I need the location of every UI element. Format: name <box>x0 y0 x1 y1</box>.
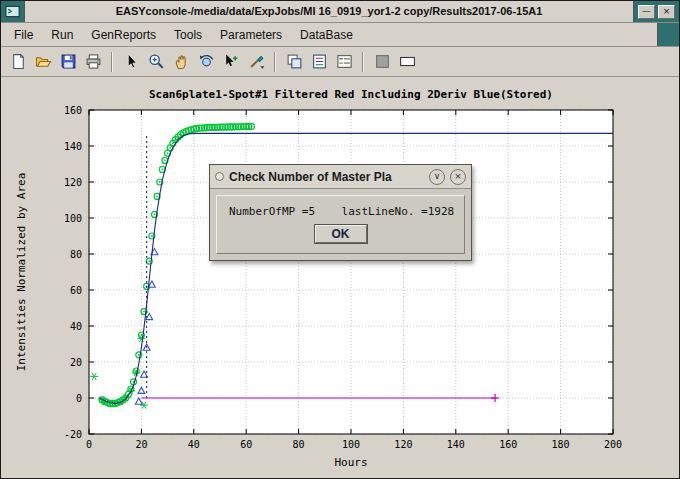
svg-text:140: 140 <box>447 439 465 450</box>
svg-text:Intensities Normalized by Area: Intensities Normalized by Area <box>15 173 28 372</box>
new-document-icon <box>10 53 27 70</box>
dialog-ok-button[interactable]: OK <box>315 225 367 243</box>
svg-text:80: 80 <box>70 249 82 260</box>
svg-text:160: 160 <box>64 105 82 116</box>
svg-text:-20: -20 <box>64 429 82 440</box>
brush-button[interactable] <box>244 50 268 74</box>
svg-text:0: 0 <box>86 439 92 450</box>
svg-text:0: 0 <box>76 393 82 404</box>
svg-text:Hours: Hours <box>334 456 367 469</box>
menu-item-genreports[interactable]: GenReports <box>82 24 165 46</box>
datatip-icon <box>223 53 240 70</box>
menubar: FileRunGenReportsToolsParametersDataBase <box>1 23 679 47</box>
copy-figure-icon <box>286 53 303 70</box>
svg-text:80: 80 <box>293 439 305 450</box>
console-icon <box>5 4 20 19</box>
legend-button[interactable] <box>332 50 356 74</box>
open-folder-icon <box>35 53 52 70</box>
zoom-in-button[interactable] <box>144 50 168 74</box>
save-icon <box>60 53 77 70</box>
toolbar-separator <box>362 52 364 72</box>
rectangle-icon <box>399 53 416 70</box>
svg-text:120: 120 <box>64 177 82 188</box>
svg-text:100: 100 <box>64 213 82 224</box>
print-button[interactable] <box>81 50 105 74</box>
svg-text:60: 60 <box>70 285 82 296</box>
menu-item-file[interactable]: File <box>5 24 42 46</box>
window-title: EASYconsole-/media/data/ExpJobs/MI 16_09… <box>25 1 633 22</box>
cursor-button[interactable] <box>119 50 143 74</box>
dialog-check-number: Check Number of Master Pla ∨ × NumberOfM… <box>209 164 472 261</box>
minimize-button[interactable]: — <box>638 5 655 19</box>
svg-text:20: 20 <box>70 357 82 368</box>
zoom-in-icon <box>148 53 165 70</box>
dialog-title: Check Number of Master Pla <box>229 170 424 184</box>
menu-item-tools[interactable]: Tools <box>165 24 211 46</box>
menubar-corner <box>657 23 679 46</box>
colorbar-icon <box>374 53 391 70</box>
colorbar-button[interactable] <box>370 50 394 74</box>
datatip-button[interactable] <box>219 50 243 74</box>
window-icon[interactable] <box>1 1 25 22</box>
svg-text:160: 160 <box>499 439 517 450</box>
dialog-message: NumberOfMP =5 lastLineNo. =1928 <box>217 196 464 218</box>
rotate-3d-button[interactable] <box>194 50 218 74</box>
dialog-icon <box>215 172 224 181</box>
svg-text:20: 20 <box>135 439 147 450</box>
toolbar <box>1 47 679 77</box>
rotate-3d-icon <box>198 53 215 70</box>
dialog-body: NumberOfMP =5 lastLineNo. =1928 OK <box>216 195 465 254</box>
new-document-button[interactable] <box>6 50 30 74</box>
pan-button[interactable] <box>169 50 193 74</box>
menu-item-database[interactable]: DataBase <box>291 24 362 46</box>
pan-icon <box>173 53 190 70</box>
svg-text:40: 40 <box>70 321 82 332</box>
menu-item-run[interactable]: Run <box>42 24 82 46</box>
open-folder-button[interactable] <box>31 50 55 74</box>
svg-text:60: 60 <box>240 439 252 450</box>
svg-text:100: 100 <box>342 439 360 450</box>
menu-item-parameters[interactable]: Parameters <box>211 24 291 46</box>
dialog-collapse-button[interactable]: ∨ <box>429 169 445 185</box>
svg-text:40: 40 <box>188 439 200 450</box>
copy-figure-button[interactable] <box>282 50 306 74</box>
legend-icon <box>336 53 353 70</box>
svg-text:200: 200 <box>604 439 622 450</box>
dialog-close-button[interactable]: × <box>450 169 466 185</box>
figure-area: 020406080100120140160180200-200204060801… <box>1 77 679 478</box>
window-controls: — × <box>633 1 679 22</box>
dialog-titlebar[interactable]: Check Number of Master Pla ∨ × <box>210 165 471 189</box>
plot-canvas[interactable]: 020406080100120140160180200-200204060801… <box>1 77 679 478</box>
app-window: EASYconsole-/media/data/ExpJobs/MI 16_09… <box>0 0 680 479</box>
save-button[interactable] <box>56 50 80 74</box>
toolbar-separator <box>274 52 276 72</box>
toolbar-separator <box>111 52 113 72</box>
figure-palette-button[interactable] <box>307 50 331 74</box>
rectangle-button[interactable] <box>395 50 419 74</box>
cursor-icon <box>123 53 140 70</box>
figure-palette-icon <box>311 53 328 70</box>
close-button[interactable]: × <box>658 5 675 19</box>
titlebar[interactable]: EASYconsole-/media/data/ExpJobs/MI 16_09… <box>1 1 679 23</box>
print-icon <box>85 53 102 70</box>
brush-icon <box>248 53 265 70</box>
menubar-items: FileRunGenReportsToolsParametersDataBase <box>5 23 362 46</box>
svg-text:Scan6plate1-Spot#1 Filtered Re: Scan6plate1-Spot#1 Filtered Red Includin… <box>149 88 553 101</box>
svg-text:140: 140 <box>64 141 82 152</box>
svg-text:180: 180 <box>552 439 570 450</box>
svg-text:120: 120 <box>394 439 412 450</box>
